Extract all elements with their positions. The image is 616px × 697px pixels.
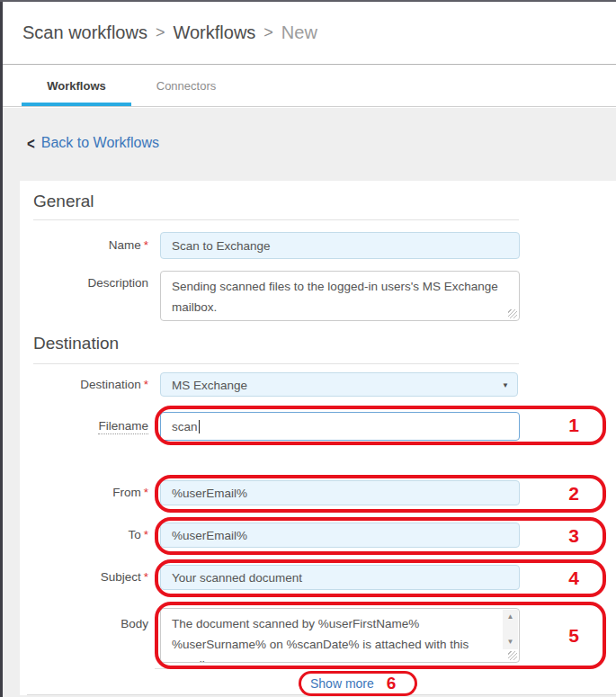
name-input[interactable]: Scan to Exchange [160,232,520,259]
subject-label: Subject* [20,570,148,584]
window-top-border [0,0,616,2]
back-link-label: Back to Workflows [41,135,159,151]
annotation-number-6: 6 [387,674,397,693]
required-asterisk: * [144,378,148,391]
from-label: From* [20,486,148,499]
description-textarea[interactable]: Sending scanned files to the logged-in u… [160,271,520,321]
workflow-form-card: General Name* Scan to Exchange Descripti… [20,181,616,695]
back-chevron-icon: < [27,133,35,152]
annotation-number-2: 2 [568,483,579,505]
scroll-up-icon[interactable]: ▲ [507,613,514,621]
resize-grip-icon[interactable] [508,309,517,318]
annotation-number-3: 3 [568,525,579,547]
filename-input[interactable]: scan [160,412,520,441]
required-asterisk: * [144,238,148,252]
page-content: < Back to Workflows General Name* Scan t… [0,108,616,697]
destination-label: Destination* [20,378,148,391]
breadcrumb-workflows: Workflows [173,22,255,43]
breadcrumb-new: New [281,22,317,43]
back-to-workflows-link[interactable]: < Back to Workflows [27,135,159,151]
required-asterisk: * [144,570,148,584]
page-header: Scan workflows > Workflows > New [0,0,616,65]
destination-select[interactable]: MS Exchange ▼ [160,372,518,397]
tab-connectors[interactable]: Connectors [131,66,241,106]
section-title-destination: Destination [33,334,119,353]
annotation-number-4: 4 [568,567,579,589]
show-more-link[interactable]: Show more [310,676,374,691]
description-label: Description [20,276,148,290]
breadcrumb: Scan workflows > Workflows > New [22,0,317,65]
section-divider [33,219,519,220]
body-textarea[interactable]: The document scanned by %userFirstName% … [160,608,520,663]
scroll-down-icon[interactable]: ▼ [507,639,514,646]
text-cursor [199,420,200,433]
tab-workflows[interactable]: Workflows [22,66,131,106]
to-label: To* [20,528,148,541]
subject-input[interactable]: Your scanned document [160,565,520,590]
annotation-box-6: Show more 6 [299,671,417,696]
section-title-general: General [33,192,94,211]
chevron-down-icon: ▼ [502,372,509,397]
body-scrollbar[interactable]: ▲ ▼ [503,610,518,649]
body-label: Body [20,617,148,630]
to-input[interactable]: %userEmail% [160,523,520,548]
resize-grip-icon[interactable] [508,651,517,660]
section-divider [33,363,519,364]
window-left-border [0,0,3,697]
required-asterisk: * [144,528,148,541]
breadcrumb-separator-icon: > [156,23,165,42]
filename-label: Filename [20,419,148,433]
required-asterisk: * [144,486,148,499]
tab-bar: Workflows Connectors [0,66,616,107]
annotation-number-5: 5 [568,625,579,647]
breadcrumb-scan-workflows: Scan workflows [22,22,147,43]
annotation-number-1: 1 [568,415,579,436]
breadcrumb-separator-icon: > [263,23,273,42]
from-input[interactable]: %userEmail% [160,480,520,505]
name-label: Name* [20,238,148,252]
show-more-divider [155,668,514,669]
